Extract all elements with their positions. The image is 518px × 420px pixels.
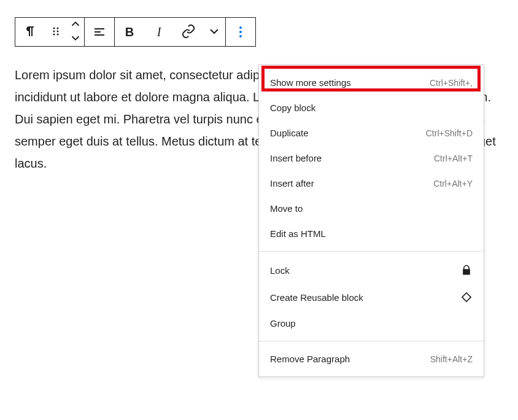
chevron-up-icon [69, 17, 82, 33]
menu-item-shortcut: Ctrl+Shift+D [426, 128, 473, 138]
menu-item-shortcut: Ctrl+Alt+Y [433, 179, 473, 189]
toolbar-group-options [226, 18, 255, 46]
svg-point-1 [57, 27, 59, 29]
paragraph-block-button[interactable] [15, 18, 45, 46]
chevron-down-icon [69, 31, 82, 47]
menu-item-shortcut: Ctrl+Alt+T [434, 154, 473, 163]
toolbar-group-align [85, 18, 115, 46]
drag-handle-button[interactable] [45, 18, 67, 46]
more-vertical-icon [239, 26, 242, 37]
menu-section-1: Show more settings Ctrl+Shift+, Copy blo… [259, 65, 484, 192]
move-up-button[interactable] [67, 18, 84, 32]
italic-button[interactable]: I [144, 18, 174, 46]
svg-point-4 [53, 33, 55, 35]
move-down-button[interactable] [67, 32, 84, 46]
toolbar-group-block [15, 18, 85, 46]
menu-item-label: Show more settings [270, 77, 351, 88]
block-options-menu: Show more settings Ctrl+Shift+, Copy blo… [258, 64, 484, 192]
menu-item-label: Insert after [270, 178, 314, 189]
more-options-button[interactable] [226, 18, 255, 46]
menu-item-insert-before[interactable]: Insert before Ctrl+Alt+T [259, 146, 484, 171]
menu-item-copy-block[interactable]: Copy block [259, 95, 484, 120]
toolbar-group-format: B I [115, 18, 226, 46]
block-toolbar: B I [15, 17, 256, 47]
menu-item-label: Duplicate [270, 128, 309, 138]
menu-item-insert-after[interactable]: Insert after Ctrl+Alt+Y [259, 171, 484, 192]
bold-icon: B [125, 25, 134, 39]
italic-icon: I [157, 25, 161, 39]
chevron-down-icon [207, 24, 222, 41]
move-arrows [67, 18, 84, 46]
menu-item-duplicate[interactable]: Duplicate Ctrl+Shift+D [259, 120, 484, 146]
menu-item-label: Copy block [270, 103, 315, 113]
align-left-icon [92, 24, 107, 41]
align-button[interactable] [85, 18, 114, 46]
svg-point-5 [57, 33, 59, 35]
link-icon [181, 24, 196, 41]
menu-item-label: Insert before [270, 153, 322, 163]
menu-item-show-more-settings[interactable]: Show more settings Ctrl+Shift+, [259, 70, 484, 95]
menu-item-shortcut: Ctrl+Shift+, [430, 78, 473, 88]
svg-point-2 [53, 30, 55, 32]
more-format-button[interactable] [203, 18, 225, 46]
svg-point-0 [53, 27, 55, 29]
pilcrow-icon [23, 24, 37, 41]
link-button[interactable] [174, 18, 203, 46]
svg-point-3 [57, 30, 59, 32]
bold-button[interactable]: B [115, 18, 144, 46]
drag-handle-icon [48, 24, 63, 41]
